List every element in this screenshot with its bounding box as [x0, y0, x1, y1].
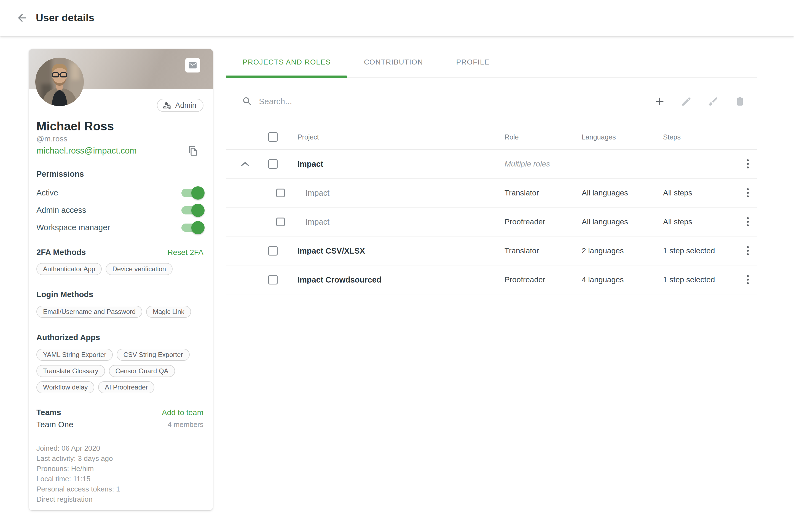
- chevron-up-icon: [241, 162, 249, 167]
- chip: Authenticator App: [36, 263, 102, 275]
- languages-value: All languages: [582, 189, 628, 197]
- chip: Device verification: [106, 263, 173, 275]
- collapse-row-button[interactable]: [237, 156, 253, 172]
- permissions-heading: Permissions: [36, 169, 204, 178]
- chip: YAML String Exporter: [36, 349, 113, 361]
- kebab-menu-icon: [747, 159, 749, 168]
- user-meta-list: Joined: 06 Apr 2020Last activity: 3 days…: [36, 443, 204, 505]
- project-name: Impact Crowdsourced: [298, 275, 381, 284]
- steps-value: All steps: [663, 189, 692, 197]
- copy-email-button[interactable]: [188, 145, 198, 157]
- twofa-heading: 2FA Methods: [36, 248, 86, 257]
- edit-button[interactable]: [681, 96, 692, 107]
- permission-label: Active: [36, 188, 58, 197]
- twofa-chips: Authenticator AppDevice verification: [36, 263, 204, 275]
- role-value: Translator: [505, 189, 539, 197]
- back-button[interactable]: [14, 10, 30, 26]
- teams-heading: Teams: [36, 408, 61, 417]
- authorized-app-chips: YAML String ExporterCSV String ExporterT…: [36, 349, 204, 393]
- row-menu-button[interactable]: [738, 241, 758, 261]
- team-members-count: 4 members: [168, 420, 204, 429]
- person-gear-icon: [163, 101, 172, 110]
- languages-value: 2 languages: [582, 246, 624, 255]
- copy-icon: [188, 145, 198, 156]
- table-body: Impact Multiple roles Impact Translator …: [226, 150, 757, 294]
- row-checkbox[interactable]: [268, 275, 278, 284]
- search-toolbar-row: [226, 78, 757, 125]
- row-checkbox[interactable]: [276, 189, 285, 197]
- chip: Workflow delay: [36, 381, 94, 393]
- steps-value: 1 step selected: [663, 246, 715, 255]
- login-method-chips: Email/Username and PasswordMagic Link: [36, 306, 204, 318]
- role-value: Multiple roles: [505, 159, 550, 168]
- user-details-page: User details: [0, 0, 794, 532]
- kebab-menu-icon: [747, 246, 749, 255]
- role-value: Proofreader: [505, 217, 545, 226]
- row-menu-button[interactable]: [738, 212, 758, 232]
- brush-icon: [708, 96, 719, 107]
- table-row: Impact Translator All languages All step…: [226, 178, 757, 208]
- tab-projects-and-roles[interactable]: PROJECTS AND ROLES: [226, 47, 347, 77]
- trash-icon: [734, 96, 745, 107]
- column-steps: Steps: [663, 133, 681, 141]
- chip: CSV String Exporter: [117, 349, 189, 361]
- kebab-menu-icon: [747, 275, 749, 284]
- column-role: Role: [505, 133, 518, 141]
- column-project: Project: [298, 133, 319, 141]
- row-checkbox[interactable]: [276, 217, 285, 226]
- user-card: Admin Michael Ross @m.ross michael.ross@…: [29, 49, 213, 510]
- table-header: Project Role Languages Steps: [226, 125, 757, 150]
- permission-label: Admin access: [36, 206, 86, 215]
- meta-line: Local time: 11:15: [36, 474, 204, 484]
- chip: AI Proofreader: [98, 381, 154, 393]
- email-link[interactable]: michael.ross@impact.com: [36, 146, 137, 156]
- back-arrow-icon: [16, 12, 28, 24]
- clean-button[interactable]: [708, 96, 719, 107]
- active-toggle[interactable]: [182, 187, 204, 198]
- kebab-menu-icon: [747, 217, 749, 226]
- meta-line: Pronouns: He/him: [36, 464, 204, 474]
- steps-value: All steps: [663, 217, 692, 226]
- table-row: Impact CSV/XLSX Translator 2 languages 1…: [226, 236, 757, 265]
- team-name: Team One: [36, 420, 73, 429]
- column-languages: Languages: [582, 133, 616, 141]
- search-input[interactable]: [259, 97, 562, 106]
- meta-line: Personal access tokens: 1: [36, 484, 204, 494]
- username: @m.ross: [36, 134, 204, 143]
- languages-value: All languages: [582, 217, 628, 226]
- send-email-button[interactable]: [185, 58, 200, 73]
- project-name: Impact: [305, 217, 329, 226]
- add-button[interactable]: [654, 96, 665, 107]
- row-checkbox[interactable]: [268, 246, 278, 255]
- row-menu-button[interactable]: [738, 270, 758, 290]
- reset-2fa-link[interactable]: Reset 2FA: [167, 248, 204, 257]
- user-name: Michael Ross: [36, 119, 204, 133]
- project-name: Impact: [298, 159, 323, 168]
- permission-row: Active: [36, 184, 204, 202]
- tab-contribution[interactable]: CONTRIBUTION: [347, 47, 440, 77]
- authorized-apps-heading: Authorized Apps: [36, 333, 204, 342]
- role-value: Translator: [505, 246, 539, 255]
- chip: Translate Glossary: [36, 365, 105, 377]
- tab-profile[interactable]: PROFILE: [440, 47, 506, 77]
- select-all-checkbox[interactable]: [268, 132, 278, 142]
- languages-value: 4 languages: [582, 276, 624, 284]
- delete-button[interactable]: [734, 96, 745, 107]
- project-name: Impact: [305, 188, 329, 197]
- meta-line: Joined: 06 Apr 2020: [36, 443, 204, 453]
- permission-label: Workspace manager: [36, 223, 110, 232]
- meta-line: Direct registration: [36, 494, 204, 505]
- row-checkbox[interactable]: [268, 159, 278, 169]
- steps-value: 1 step selected: [663, 276, 715, 284]
- login-methods-heading: Login Methods: [36, 290, 204, 299]
- row-menu-button[interactable]: [738, 183, 758, 203]
- mail-icon: [188, 61, 197, 70]
- table-row: Impact Crowdsourced Proofreader 4 langua…: [226, 265, 757, 294]
- add-to-team-link[interactable]: Add to team: [162, 408, 204, 417]
- admin-access-toggle[interactable]: [182, 205, 204, 216]
- project-name: Impact CSV/XLSX: [298, 246, 365, 255]
- role-value: Proofreader: [505, 276, 545, 284]
- chip: Magic Link: [146, 306, 191, 318]
- workspace-manager-toggle[interactable]: [182, 222, 204, 233]
- row-menu-button[interactable]: [738, 154, 758, 174]
